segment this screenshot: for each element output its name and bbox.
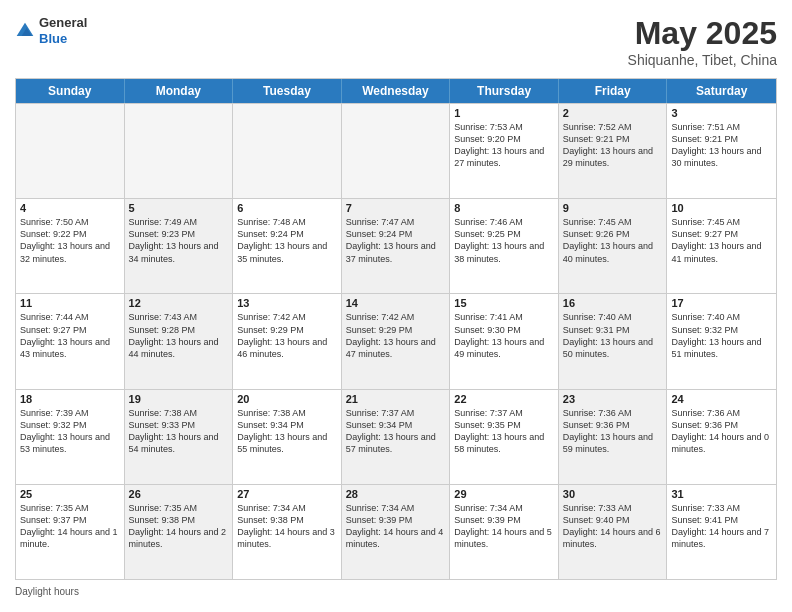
daylight-hours-label: Daylight hours <box>15 586 79 597</box>
day-number: 24 <box>671 393 772 405</box>
cell-info: Sunrise: 7:36 AM Sunset: 9:36 PM Dayligh… <box>563 407 663 456</box>
header: General Blue May 2025 Shiquanhe, Tibet, … <box>15 15 777 68</box>
day-cell-12: 12Sunrise: 7:43 AM Sunset: 9:28 PM Dayli… <box>125 294 234 388</box>
day-cell-11: 11Sunrise: 7:44 AM Sunset: 9:27 PM Dayli… <box>16 294 125 388</box>
day-header-sunday: Sunday <box>16 79 125 103</box>
day-cell-24: 24Sunrise: 7:36 AM Sunset: 9:36 PM Dayli… <box>667 390 776 484</box>
day-cell-5: 5Sunrise: 7:49 AM Sunset: 9:23 PM Daylig… <box>125 199 234 293</box>
day-number: 21 <box>346 393 446 405</box>
day-number: 14 <box>346 297 446 309</box>
day-cell-14: 14Sunrise: 7:42 AM Sunset: 9:29 PM Dayli… <box>342 294 451 388</box>
day-cell-10: 10Sunrise: 7:45 AM Sunset: 9:27 PM Dayli… <box>667 199 776 293</box>
day-number: 23 <box>563 393 663 405</box>
cell-info: Sunrise: 7:48 AM Sunset: 9:24 PM Dayligh… <box>237 216 337 265</box>
calendar-header: SundayMondayTuesdayWednesdayThursdayFrid… <box>16 79 776 103</box>
day-cell-31: 31Sunrise: 7:33 AM Sunset: 9:41 PM Dayli… <box>667 485 776 579</box>
day-cell-4: 4Sunrise: 7:50 AM Sunset: 9:22 PM Daylig… <box>16 199 125 293</box>
day-number: 13 <box>237 297 337 309</box>
cell-info: Sunrise: 7:34 AM Sunset: 9:38 PM Dayligh… <box>237 502 337 551</box>
day-number: 2 <box>563 107 663 119</box>
day-number: 18 <box>20 393 120 405</box>
footer: Daylight hours <box>15 586 777 597</box>
cell-info: Sunrise: 7:50 AM Sunset: 9:22 PM Dayligh… <box>20 216 120 265</box>
cell-info: Sunrise: 7:34 AM Sunset: 9:39 PM Dayligh… <box>454 502 554 551</box>
logo: General Blue <box>15 15 87 46</box>
cell-info: Sunrise: 7:43 AM Sunset: 9:28 PM Dayligh… <box>129 311 229 360</box>
day-number: 12 <box>129 297 229 309</box>
day-cell-29: 29Sunrise: 7:34 AM Sunset: 9:39 PM Dayli… <box>450 485 559 579</box>
day-number: 8 <box>454 202 554 214</box>
calendar-week-3: 11Sunrise: 7:44 AM Sunset: 9:27 PM Dayli… <box>16 293 776 388</box>
day-cell-7: 7Sunrise: 7:47 AM Sunset: 9:24 PM Daylig… <box>342 199 451 293</box>
cell-info: Sunrise: 7:42 AM Sunset: 9:29 PM Dayligh… <box>346 311 446 360</box>
cell-info: Sunrise: 7:35 AM Sunset: 9:37 PM Dayligh… <box>20 502 120 551</box>
calendar-week-2: 4Sunrise: 7:50 AM Sunset: 9:22 PM Daylig… <box>16 198 776 293</box>
day-cell-9: 9Sunrise: 7:45 AM Sunset: 9:26 PM Daylig… <box>559 199 668 293</box>
day-number: 25 <box>20 488 120 500</box>
cell-info: Sunrise: 7:51 AM Sunset: 9:21 PM Dayligh… <box>671 121 772 170</box>
calendar: SundayMondayTuesdayWednesdayThursdayFrid… <box>15 78 777 580</box>
cell-info: Sunrise: 7:36 AM Sunset: 9:36 PM Dayligh… <box>671 407 772 456</box>
calendar-body: 1Sunrise: 7:53 AM Sunset: 9:20 PM Daylig… <box>16 103 776 579</box>
day-number: 29 <box>454 488 554 500</box>
empty-cell <box>125 104 234 198</box>
cell-info: Sunrise: 7:45 AM Sunset: 9:26 PM Dayligh… <box>563 216 663 265</box>
cell-info: Sunrise: 7:33 AM Sunset: 9:41 PM Dayligh… <box>671 502 772 551</box>
day-header-friday: Friday <box>559 79 668 103</box>
cell-info: Sunrise: 7:53 AM Sunset: 9:20 PM Dayligh… <box>454 121 554 170</box>
day-header-saturday: Saturday <box>667 79 776 103</box>
cell-info: Sunrise: 7:33 AM Sunset: 9:40 PM Dayligh… <box>563 502 663 551</box>
day-cell-23: 23Sunrise: 7:36 AM Sunset: 9:36 PM Dayli… <box>559 390 668 484</box>
subtitle: Shiquanhe, Tibet, China <box>628 52 777 68</box>
calendar-week-5: 25Sunrise: 7:35 AM Sunset: 9:37 PM Dayli… <box>16 484 776 579</box>
day-number: 17 <box>671 297 772 309</box>
calendar-week-1: 1Sunrise: 7:53 AM Sunset: 9:20 PM Daylig… <box>16 103 776 198</box>
day-header-monday: Monday <box>125 79 234 103</box>
day-number: 31 <box>671 488 772 500</box>
day-cell-26: 26Sunrise: 7:35 AM Sunset: 9:38 PM Dayli… <box>125 485 234 579</box>
day-number: 22 <box>454 393 554 405</box>
day-cell-22: 22Sunrise: 7:37 AM Sunset: 9:35 PM Dayli… <box>450 390 559 484</box>
day-cell-8: 8Sunrise: 7:46 AM Sunset: 9:25 PM Daylig… <box>450 199 559 293</box>
cell-info: Sunrise: 7:49 AM Sunset: 9:23 PM Dayligh… <box>129 216 229 265</box>
day-cell-1: 1Sunrise: 7:53 AM Sunset: 9:20 PM Daylig… <box>450 104 559 198</box>
empty-cell <box>16 104 125 198</box>
logo-text: General Blue <box>39 15 87 46</box>
day-cell-27: 27Sunrise: 7:34 AM Sunset: 9:38 PM Dayli… <box>233 485 342 579</box>
day-cell-20: 20Sunrise: 7:38 AM Sunset: 9:34 PM Dayli… <box>233 390 342 484</box>
day-number: 10 <box>671 202 772 214</box>
day-header-thursday: Thursday <box>450 79 559 103</box>
cell-info: Sunrise: 7:34 AM Sunset: 9:39 PM Dayligh… <box>346 502 446 551</box>
day-cell-6: 6Sunrise: 7:48 AM Sunset: 9:24 PM Daylig… <box>233 199 342 293</box>
day-cell-28: 28Sunrise: 7:34 AM Sunset: 9:39 PM Dayli… <box>342 485 451 579</box>
cell-info: Sunrise: 7:38 AM Sunset: 9:33 PM Dayligh… <box>129 407 229 456</box>
day-cell-30: 30Sunrise: 7:33 AM Sunset: 9:40 PM Dayli… <box>559 485 668 579</box>
day-cell-25: 25Sunrise: 7:35 AM Sunset: 9:37 PM Dayli… <box>16 485 125 579</box>
day-number: 1 <box>454 107 554 119</box>
cell-info: Sunrise: 7:45 AM Sunset: 9:27 PM Dayligh… <box>671 216 772 265</box>
day-number: 11 <box>20 297 120 309</box>
day-number: 30 <box>563 488 663 500</box>
day-number: 9 <box>563 202 663 214</box>
empty-cell <box>342 104 451 198</box>
day-cell-16: 16Sunrise: 7:40 AM Sunset: 9:31 PM Dayli… <box>559 294 668 388</box>
day-cell-21: 21Sunrise: 7:37 AM Sunset: 9:34 PM Dayli… <box>342 390 451 484</box>
cell-info: Sunrise: 7:46 AM Sunset: 9:25 PM Dayligh… <box>454 216 554 265</box>
cell-info: Sunrise: 7:37 AM Sunset: 9:35 PM Dayligh… <box>454 407 554 456</box>
day-number: 16 <box>563 297 663 309</box>
day-cell-19: 19Sunrise: 7:38 AM Sunset: 9:33 PM Dayli… <box>125 390 234 484</box>
day-cell-13: 13Sunrise: 7:42 AM Sunset: 9:29 PM Dayli… <box>233 294 342 388</box>
cell-info: Sunrise: 7:38 AM Sunset: 9:34 PM Dayligh… <box>237 407 337 456</box>
day-cell-3: 3Sunrise: 7:51 AM Sunset: 9:21 PM Daylig… <box>667 104 776 198</box>
day-number: 5 <box>129 202 229 214</box>
title-block: May 2025 Shiquanhe, Tibet, China <box>628 15 777 68</box>
logo-blue: Blue <box>39 31 87 47</box>
calendar-week-4: 18Sunrise: 7:39 AM Sunset: 9:32 PM Dayli… <box>16 389 776 484</box>
logo-general: General <box>39 15 87 31</box>
day-cell-18: 18Sunrise: 7:39 AM Sunset: 9:32 PM Dayli… <box>16 390 125 484</box>
page: General Blue May 2025 Shiquanhe, Tibet, … <box>0 0 792 612</box>
day-number: 15 <box>454 297 554 309</box>
cell-info: Sunrise: 7:40 AM Sunset: 9:32 PM Dayligh… <box>671 311 772 360</box>
cell-info: Sunrise: 7:40 AM Sunset: 9:31 PM Dayligh… <box>563 311 663 360</box>
day-number: 4 <box>20 202 120 214</box>
